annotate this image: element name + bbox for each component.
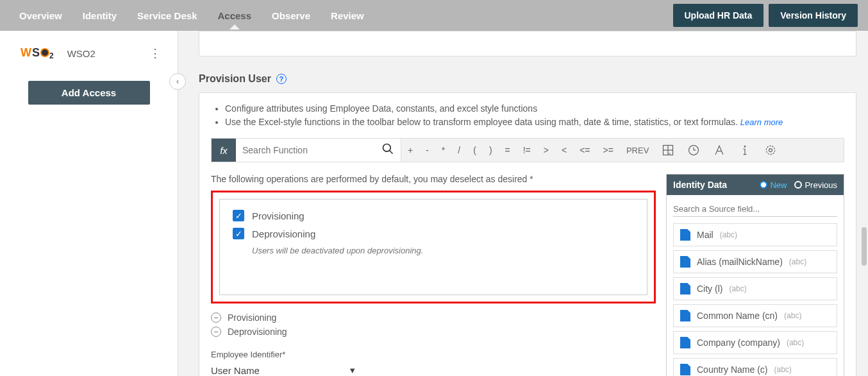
info-icon[interactable] [732, 139, 758, 162]
identity-new-label: New [770, 180, 787, 190]
clock-icon[interactable] [681, 139, 706, 162]
field-icon [680, 364, 690, 375]
op-lparen[interactable]: ( [467, 139, 483, 162]
identity-field-item[interactable]: City (l) (abc) [673, 277, 837, 300]
op-gt[interactable]: > [537, 139, 555, 162]
identity-data-title: Identity Data [673, 180, 727, 190]
identity-field-item[interactable]: Company (company) (abc) [673, 331, 837, 354]
tab-observe[interactable]: Observe [263, 3, 319, 29]
tab-review[interactable]: Review [322, 3, 373, 29]
identity-field-type: (abc) [784, 311, 801, 320]
search-icon[interactable] [381, 142, 394, 158]
svg-point-9 [744, 146, 746, 147]
identity-field-type: (abc) [729, 284, 746, 293]
bullet-2: Use the Excel-style functions in the too… [225, 115, 844, 129]
identity-field-type: (abc) [787, 338, 804, 347]
help-icon[interactable]: ? [276, 74, 287, 84]
highlighted-operations-box: ✓ Provisioning ✓ Deprovisioning Users wi… [211, 191, 656, 303]
section-title-text: Provision User [199, 73, 271, 85]
op-prev[interactable]: PREV [620, 139, 655, 162]
section-title: Provision User ? [199, 73, 856, 85]
identity-previous-radio[interactable]: Previous [794, 180, 837, 190]
learn-more-link[interactable]: Learn more [740, 117, 783, 127]
employee-identifier-value: User Name [211, 365, 260, 376]
employee-identifier-label: Employee Identifier* [211, 350, 656, 359]
caret-down-icon: ▾ [350, 364, 355, 376]
op-multiply[interactable]: * [435, 139, 451, 162]
text-icon[interactable] [706, 139, 732, 162]
op-neq[interactable]: != [517, 139, 537, 162]
add-access-button[interactable]: Add Access [28, 81, 150, 105]
identity-field-item[interactable]: Mail (abc) [673, 223, 837, 246]
fx-icon: fx [212, 139, 236, 162]
identity-previous-label: Previous [805, 180, 837, 190]
svg-line-1 [390, 150, 393, 153]
bullet-1: Configure attributes using Employee Data… [225, 102, 844, 115]
op-lte[interactable]: <= [573, 139, 596, 162]
svg-point-13 [767, 146, 775, 154]
field-icon [680, 310, 690, 321]
deprovisioning-checkbox[interactable]: ✓ [233, 228, 244, 239]
identity-field-label: Mail [697, 230, 714, 240]
identity-field-label: City (l) [697, 284, 722, 294]
provisioning-section-toggle[interactable]: − Provisioning [211, 312, 656, 323]
scrollbar[interactable] [862, 227, 867, 368]
app-name: WSO2 [67, 48, 96, 59]
minus-circle-icon: − [211, 327, 221, 337]
main-content: Provision User ? Configure attributes us… [178, 31, 868, 376]
top-nav: Overview Identity Service Desk Access Ob… [0, 0, 868, 31]
identity-field-label: Common Name (cn) [697, 311, 778, 321]
identity-field-type: (abc) [789, 257, 806, 266]
tab-overview[interactable]: Overview [10, 3, 71, 29]
op-gte[interactable]: >= [597, 139, 620, 162]
config-card: Configure attributes using Employee Data… [199, 92, 856, 376]
field-icon [680, 229, 690, 241]
identity-field-label: Alias (mailNickName) [697, 257, 783, 267]
op-rparen[interactable]: ) [483, 139, 499, 162]
tab-service-desk[interactable]: Service Desk [128, 3, 206, 29]
deprovisioning-section-toggle[interactable]: − Deprovisioning [211, 327, 656, 337]
tab-identity[interactable]: Identity [74, 3, 126, 29]
sidebar: WS2 WSO2 ⋮ Add Access ‹ [0, 31, 178, 376]
identity-field-label: Country Name (c) [697, 364, 767, 375]
grid-icon[interactable]: x [655, 139, 681, 162]
identity-field-type: (abc) [774, 365, 791, 374]
op-minus[interactable]: - [419, 139, 435, 162]
field-icon [680, 283, 690, 295]
wso2-logo: WS2 [21, 46, 54, 60]
identity-field-type: (abc) [720, 230, 737, 239]
identity-search-input[interactable] [673, 201, 837, 217]
nav-tabs: Overview Identity Service Desk Access Ob… [10, 3, 373, 29]
version-history-button[interactable]: Version History [769, 4, 858, 27]
employee-identifier-select[interactable]: User Name ▾ [211, 362, 355, 376]
identity-field-item[interactable]: Common Name (cn) (abc) [673, 304, 837, 327]
identity-new-radio[interactable]: New [760, 180, 787, 190]
identity-field-list[interactable]: Mail (abc)Alias (mailNickName) (abc)City… [667, 221, 844, 376]
op-plus[interactable]: + [401, 139, 419, 162]
identity-field-item[interactable]: Country Name (c) (abc) [673, 358, 837, 376]
identity-field-item[interactable]: Alias (mailNickName) (abc) [673, 250, 837, 273]
function-toolbar: fx + - * / ( ) = != > < [211, 138, 844, 162]
deprovisioning-label: Deprovisioning [252, 228, 315, 239]
settings-icon[interactable] [758, 139, 783, 162]
operations-label: The following operations are performed b… [211, 174, 656, 184]
deprovisioning-section-label: Deprovisioning [228, 327, 287, 337]
identity-field-label: Company (company) [697, 338, 780, 348]
deprovisioning-note: Users will be deactivated upon deprovisi… [252, 246, 634, 255]
op-lt[interactable]: < [555, 139, 573, 162]
field-icon [680, 337, 690, 348]
minus-circle-icon: − [211, 312, 221, 323]
identity-data-panel: Identity Data New Previous Mail (abc)Ali… [666, 174, 844, 376]
provisioning-checkbox[interactable]: ✓ [233, 210, 244, 221]
op-divide[interactable]: / [451, 139, 467, 162]
tab-access[interactable]: Access [208, 3, 260, 29]
op-eq[interactable]: = [499, 139, 517, 162]
upload-hr-data-button[interactable]: Upload HR Data [673, 4, 764, 27]
svg-point-14 [769, 149, 772, 152]
search-function-input[interactable] [242, 145, 381, 155]
collapsed-card [199, 31, 856, 56]
field-icon [680, 256, 690, 268]
sidebar-kebab-icon[interactable]: ⋮ [144, 44, 166, 63]
provisioning-section-label: Provisioning [228, 312, 276, 323]
provisioning-label: Provisioning [252, 210, 305, 221]
